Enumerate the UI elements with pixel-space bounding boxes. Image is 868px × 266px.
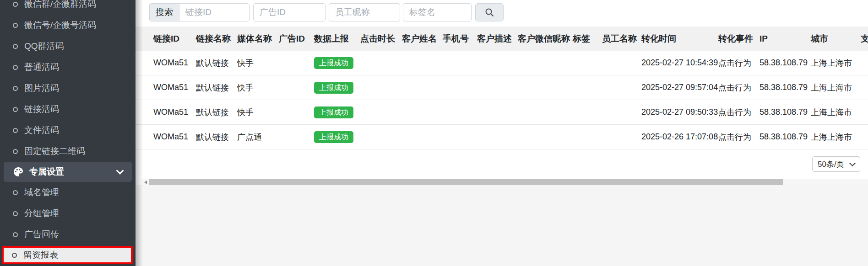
search-label: 搜索 — [149, 3, 179, 21]
table-cell: 上海上海市 — [811, 132, 861, 143]
table-cell: 58.38.108.79 — [760, 58, 811, 68]
sidebar-submenu: 域名管理分组管理广告回传 — [0, 182, 136, 245]
column-header: 客户姓名 — [402, 33, 443, 45]
table-cell: 上报成功 — [314, 82, 360, 94]
column-header: 点击时长 — [360, 33, 402, 45]
column-header: 城市 — [811, 33, 861, 45]
table-cell: 点击行为 — [718, 132, 760, 143]
circle-icon — [13, 44, 18, 49]
table-cell: 2025-02-26 17:07:08 — [641, 132, 718, 142]
column-header: 链接名称 — [196, 33, 237, 45]
page-size-value: 50条/页 — [818, 159, 844, 170]
circle-icon — [13, 149, 18, 154]
sidebar-item[interactable]: 分组管理 — [0, 203, 136, 224]
sidebar-item[interactable]: 域名管理 — [0, 182, 136, 203]
column-header: 客户描述 — [477, 33, 518, 45]
table-row: WOMa51默认链接快手上报成功2025-02-27 10:54:39点击行为5… — [136, 51, 868, 75]
sidebar-menu: 微信群/企微群活码微信号/企微号活码QQ群活码普通活码图片活码链接活码文件活码固… — [0, 0, 136, 162]
sidebar-item[interactable]: 广告回传 — [0, 224, 136, 245]
table-cell: 上海上海市 — [811, 107, 861, 118]
sidebar-section-label: 专属设置 — [29, 166, 64, 178]
table-cell: WOMa51 — [153, 132, 196, 142]
sidebar-item-label: 域名管理 — [24, 186, 59, 198]
chevron-down-icon — [849, 160, 856, 166]
table-cell: 2025-02-27 09:57:04 — [641, 83, 718, 92]
sidebar-item[interactable]: 图片活码 — [0, 78, 136, 99]
table-cell: 点击行为 — [718, 58, 760, 69]
table-cell: 上海上海市 — [811, 82, 861, 93]
sidebar-item[interactable]: 普通活码 — [0, 57, 136, 78]
status-badge: 上报成功 — [314, 82, 353, 94]
horizontal-scrollbar[interactable] — [142, 179, 868, 185]
table-cell: 点击行为 — [718, 82, 760, 93]
table-cell: 广点通 — [237, 132, 279, 143]
table-body: WOMa51默认链接快手上报成功2025-02-27 10:54:39点击行为5… — [136, 51, 868, 149]
table-cell: 上报成功 — [314, 131, 360, 143]
column-header: 员工名称 — [602, 33, 641, 45]
column-header: 媒体名称 — [237, 33, 279, 45]
table-cell: 上报成功 — [314, 106, 360, 118]
sidebar-item-selected[interactable]: 留资报表 — [23, 249, 58, 261]
sidebar: 微信群/企微群活码微信号/企微号活码QQ群活码普通活码图片活码链接活码文件活码固… — [0, 0, 136, 266]
column-header: 手机号 — [443, 33, 477, 45]
circle-icon — [13, 2, 18, 7]
main-content: 搜索 链接ID链接名称媒体名称广告ID数据上报点击时长客户姓名手机号客户描述客户… — [136, 0, 868, 266]
sidebar-item[interactable]: QQ群活码 — [0, 36, 136, 57]
column-header: 链接ID — [153, 33, 196, 45]
table-header: 链接ID链接名称媒体名称广告ID数据上报点击时长客户姓名手机号客户描述客户微信昵… — [136, 27, 868, 51]
sidebar-item[interactable]: 链接活码 — [0, 99, 136, 120]
table-cell: 2025-02-27 10:54:39 — [641, 58, 718, 68]
column-header: 标签 — [573, 33, 602, 45]
table-row: WOMa51默认链接广点通上报成功2025-02-26 17:07:08点击行为… — [136, 125, 868, 149]
table-cell: WOMa51 — [153, 107, 196, 117]
scrollbar-thumb[interactable] — [149, 179, 783, 185]
sidebar-item-label: 广告回传 — [24, 229, 59, 240]
sidebar-item-label: 链接活码 — [24, 103, 59, 115]
status-badge: 上报成功 — [314, 131, 353, 143]
link-id-input[interactable] — [179, 3, 250, 21]
sidebar-item-label: 图片活码 — [24, 82, 59, 94]
table-cell: 快手 — [237, 58, 279, 69]
table-cell: 上海上海市 — [811, 58, 861, 69]
table-cell: 默认链接 — [196, 107, 237, 118]
table-cell: WOMa51 — [153, 83, 196, 92]
page-size-select[interactable]: 50条/页 — [812, 156, 860, 172]
sidebar-section-special-settings[interactable]: 专属设置 — [4, 162, 132, 182]
tag-name-input[interactable] — [403, 3, 472, 21]
sidebar-item[interactable]: 文件活码 — [0, 120, 136, 141]
table-cell: 58.38.108.79 — [760, 107, 811, 117]
circle-icon — [13, 23, 18, 28]
search-bar: 搜索 — [149, 3, 504, 21]
sidebar-item-label: 固定链接二维码 — [24, 145, 85, 157]
circle-icon — [12, 253, 17, 258]
annotation-box: 留资报表 — [2, 246, 133, 264]
column-header: 广告ID — [279, 33, 314, 45]
table-cell: WOMa51 — [153, 58, 196, 68]
palette-icon — [13, 166, 24, 177]
status-badge: 上报成功 — [314, 106, 353, 118]
ad-id-input[interactable] — [253, 3, 326, 21]
table-cell: 2025-02-27 09:50:33 — [641, 107, 718, 117]
column-header: IP — [760, 34, 811, 44]
column-header: 数据上报 — [314, 33, 360, 45]
sidebar-item[interactable]: 固定链接二维码 — [0, 141, 136, 162]
search-button[interactable] — [475, 3, 504, 21]
sidebar-item-label: QQ群活码 — [24, 40, 64, 52]
table-cell: 点击行为 — [718, 107, 760, 118]
column-header: 转化时间 — [641, 33, 718, 45]
column-header: 支付 — [861, 33, 868, 45]
circle-icon — [13, 128, 18, 133]
table-cell: 默认链接 — [196, 58, 237, 69]
chevron-down-icon — [116, 167, 124, 175]
circle-icon — [13, 211, 18, 216]
magnifier-icon — [484, 7, 494, 17]
scroll-left-arrow-icon[interactable] — [142, 179, 149, 185]
staff-nickname-input[interactable] — [329, 3, 400, 21]
table-cell: 快手 — [237, 82, 279, 93]
table-cell: 默认链接 — [196, 132, 237, 143]
column-header: 转化事件 — [718, 33, 760, 45]
column-header: 客户微信昵称 — [518, 33, 573, 45]
circle-icon — [13, 190, 18, 195]
sidebar-item[interactable]: 微信号/企微号活码 — [0, 15, 136, 36]
sidebar-item[interactable]: 微信群/企微群活码 — [0, 0, 136, 15]
